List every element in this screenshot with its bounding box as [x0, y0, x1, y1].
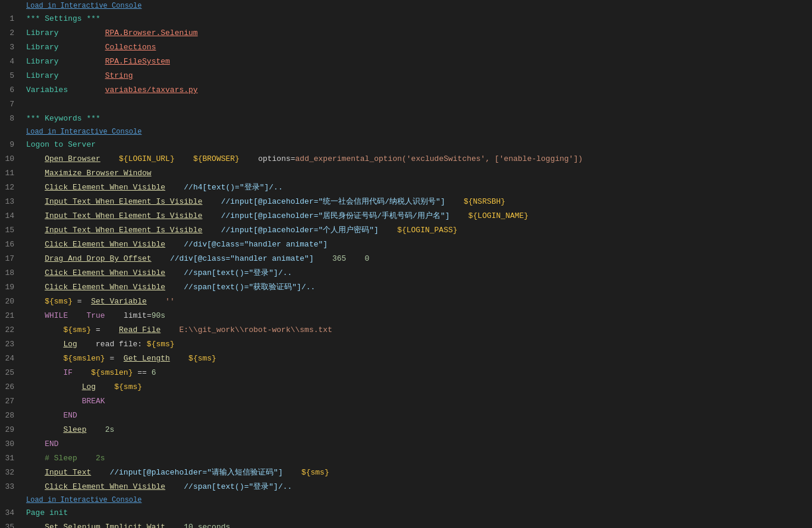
token-plain — [202, 211, 221, 220]
token-plain — [346, 254, 364, 263]
token-plain — [86, 425, 105, 434]
token-var: ${sms} — [45, 297, 73, 306]
token-number: 90s — [152, 311, 165, 320]
token-plain — [165, 283, 184, 292]
token-number: 10 seconds — [184, 523, 230, 528]
code-line: 4Library RPA.FileSystem — [0, 55, 812, 69]
code-line: 35 Set Selenium Implicit Wait 10 seconds — [0, 520, 812, 528]
token-robot-keyword: Get Length — [124, 354, 170, 363]
line-number: 27 — [0, 394, 24, 409]
token-robot-keyword: Click Element When Visible — [45, 268, 165, 277]
token-plain — [26, 183, 45, 192]
token-plain — [59, 71, 105, 80]
token-lib-name: Collections — [105, 43, 156, 52]
line-content: Input Text When Element Is Visible //inp… — [24, 195, 812, 209]
token-lib-name: variables/taxvars.py — [105, 86, 198, 94]
code-line: 3Library Collections — [0, 40, 812, 55]
line-content: Click Element When Visible //span[text()… — [24, 480, 812, 494]
token-plain: = — [91, 325, 119, 334]
code-line: 5Library String — [0, 69, 812, 83]
line-number: 34 — [0, 506, 24, 520]
token-robot-keyword: Read File — [119, 325, 160, 334]
token-keyword-name: Page init — [26, 508, 68, 517]
token-plain — [26, 197, 45, 206]
token-plain — [379, 226, 397, 235]
code-line: 12 Click Element When Visible //h4[text(… — [0, 181, 812, 195]
token-plain — [240, 154, 258, 163]
token-robot-keyword: Input Text When Element Is Visible — [45, 226, 202, 235]
code-line: 20 ${sms} = Set Variable '' — [0, 295, 812, 309]
code-line: 26 Log ${sms} — [0, 380, 812, 394]
interactive-console-link[interactable]: Load in Interactive Console — [0, 494, 812, 506]
code-line: 14 Input Text When Element Is Visible //… — [0, 209, 812, 223]
line-number: 7 — [0, 97, 24, 112]
token-plain — [26, 411, 63, 420]
line-number: 31 — [0, 451, 24, 466]
token-plain — [160, 325, 179, 334]
token-plain: options= — [258, 154, 295, 163]
line-number: 5 — [0, 69, 24, 83]
token-var: ${sms} — [301, 468, 329, 477]
line-number: 20 — [0, 295, 24, 309]
line-content — [24, 97, 812, 112]
line-number: 33 — [0, 480, 24, 494]
code-line: 16 Click Element When Visible //div[@cla… — [0, 238, 812, 252]
token-xpath: //div[@class="handler animate"] — [170, 254, 314, 263]
token-plain — [170, 354, 188, 363]
token-var: ${LOGIN_PASS} — [397, 226, 457, 235]
token-control: WHILE — [45, 311, 68, 320]
token-plain — [165, 240, 184, 249]
token-robot-keyword: Drag And Drop By Offset — [45, 254, 151, 263]
token-plain — [91, 468, 109, 477]
token-plain — [26, 454, 45, 463]
token-string: E:\\git_work\\robot-work\\sms.txt — [179, 325, 332, 334]
interactive-console-link[interactable]: Load in Interactive Console — [0, 126, 812, 138]
token-robot-keyword: Input Text — [45, 468, 91, 477]
token-var: ${smslen} — [91, 368, 133, 377]
code-line: 21 WHILE True limit=90s — [0, 309, 812, 323]
token-plain: = — [105, 354, 124, 363]
code-line: 8*** Keywords *** — [0, 112, 812, 126]
code-line: 6Variables variables/taxvars.py — [0, 83, 812, 97]
token-xpath: //span[text()="获取验证码"]/.. — [184, 283, 315, 292]
line-content: BREAK — [24, 394, 812, 409]
token-plain — [26, 297, 45, 306]
token-xpath: //input[@placeholder="请输入短信验证码"] — [109, 468, 282, 477]
line-content: *** Settings *** — [24, 12, 812, 26]
token-plain — [26, 268, 45, 277]
token-plain — [96, 382, 114, 391]
code-line: 17 Drag And Drop By Offset //div[@class=… — [0, 252, 812, 266]
token-builtin: True — [86, 311, 105, 320]
token-var: ${LOGIN_NAME} — [468, 211, 528, 220]
interactive-console-link[interactable]: Load in Interactive Console — [0, 0, 812, 12]
token-plain — [445, 197, 464, 206]
token-string: '' — [165, 297, 175, 306]
token-control: BREAK — [82, 397, 105, 406]
code-line: 34Page init — [0, 506, 812, 520]
token-plain — [26, 382, 82, 391]
token-plain — [26, 283, 45, 292]
line-content: Log read file: ${sms} — [24, 337, 812, 352]
token-robot-keyword: Maximize Browser Window — [45, 169, 151, 178]
token-plain — [26, 240, 45, 249]
token-xpath: //span[text()="登录"]/.. — [184, 482, 292, 491]
line-number: 19 — [0, 280, 24, 295]
token-robot-keyword: Open Browser — [45, 154, 100, 163]
line-number: 13 — [0, 195, 24, 209]
token-plain — [147, 297, 165, 306]
token-var: ${sms} — [147, 340, 175, 349]
line-content: ${sms} = Read File E:\\git_work\\robot-w… — [24, 323, 812, 337]
token-number: 365 — [332, 254, 346, 263]
token-plain — [283, 468, 301, 477]
line-content: Input Text When Element Is Visible //inp… — [24, 223, 812, 238]
token-robot-keyword: Input Text When Element Is Visible — [45, 211, 202, 220]
token-plain — [152, 254, 170, 263]
token-kw-library: Library — [26, 29, 59, 37]
line-content: IF ${smslen} == 6 — [24, 366, 812, 380]
token-plain: limit= — [105, 311, 152, 320]
code-line: 28 END — [0, 409, 812, 423]
token-control: END — [63, 411, 77, 420]
token-plain — [202, 197, 221, 206]
line-content: Drag And Drop By Offset //div[@class="ha… — [24, 252, 812, 266]
line-number: 22 — [0, 323, 24, 337]
